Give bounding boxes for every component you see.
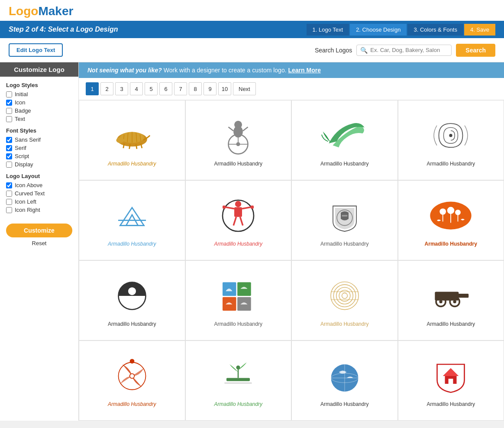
svg-rect-74 [449, 379, 453, 384]
checkbox-text[interactable] [6, 116, 12, 122]
checkbox-initial[interactable] [6, 91, 12, 97]
search-input[interactable] [370, 47, 448, 53]
checkbox-serif[interactable] [6, 145, 12, 151]
page-8-button[interactable]: 8 [189, 82, 202, 95]
svg-line-18 [229, 127, 234, 131]
step-2-button[interactable]: 2. Choose Design [350, 24, 407, 36]
logo-text-maker: Maker [38, 4, 73, 18]
checkbox-badge[interactable] [6, 108, 12, 114]
logo-cell-5[interactable]: Armadillo Husbandry [79, 180, 185, 260]
logo-cell-1[interactable]: Armadillo Husbandry [79, 100, 185, 180]
logo-icon-14 [212, 354, 264, 398]
svg-point-60 [453, 300, 456, 303]
logo-cell-3[interactable]: Armadillo Husbandry [291, 100, 398, 180]
svg-rect-45 [237, 282, 251, 296]
logo-cell-11[interactable]: Armadillo Husbandry [291, 260, 398, 340]
filter-icon[interactable]: Icon [6, 99, 72, 106]
font-styles-title: Font Styles [6, 127, 72, 134]
logo-layout-title: Logo Layout [6, 173, 72, 179]
sidebar-title: Customize Logo [0, 62, 78, 77]
edit-logo-button[interactable]: Edit Logo Text [9, 43, 63, 57]
checkbox-icon-left[interactable] [6, 199, 12, 205]
svg-point-58 [439, 300, 443, 303]
logo-cell-8[interactable]: Armadillo Husbandry [398, 180, 504, 260]
checkbox-icon-above[interactable] [6, 182, 12, 188]
logo-text-13: Armadillo Husbandry [108, 401, 156, 407]
logo-cell-14[interactable]: Armadillo Husbandry [185, 340, 292, 421]
logo-text-16: Armadillo Husbandry [427, 401, 475, 407]
checkbox-sans-serif[interactable] [6, 137, 12, 143]
site-logo[interactable]: LogoMaker [9, 4, 73, 18]
step-3-button[interactable]: 3. Colors & Fonts [407, 24, 463, 36]
filter-sans-serif[interactable]: Sans Serif [6, 136, 72, 143]
filter-icon-right[interactable]: Icon Right [6, 207, 72, 213]
step-1-button[interactable]: 1. Logo Text [307, 24, 349, 36]
svg-line-8 [123, 143, 124, 148]
filter-icon-left[interactable]: Icon Left [6, 198, 72, 205]
logo-icon-13 [106, 354, 158, 398]
svg-point-43 [128, 287, 136, 295]
svg-point-48 [331, 282, 359, 309]
page-2-button[interactable]: 2 [100, 82, 113, 95]
page-7-button[interactable]: 7 [174, 82, 187, 95]
filter-curved-text[interactable]: Curved Text [6, 190, 72, 197]
logo-cell-12[interactable]: Armadillo Husbandry [398, 260, 504, 340]
page-9-button[interactable]: 9 [204, 82, 216, 95]
logo-cell-4[interactable]: Armadillo Husbandry [398, 100, 504, 180]
logo-icon-9 [106, 274, 158, 318]
logo-cell-7[interactable]: Armadillo Husbandry [291, 180, 398, 260]
filter-badge[interactable]: Badge [6, 107, 72, 114]
svg-rect-32 [251, 205, 254, 208]
logo-cell-13[interactable]: Armadillo Husbandry [79, 340, 185, 421]
logo-icon-4 [425, 114, 477, 157]
svg-line-30 [240, 217, 243, 225]
search-box: 🔍 [356, 45, 452, 56]
page-3-button[interactable]: 3 [115, 82, 128, 95]
logo-cell-6[interactable]: Armadillo Husbandry [185, 180, 292, 260]
search-label: Search Logos [315, 47, 352, 54]
logo-cell-16[interactable]: Armadillo Husbandry [398, 340, 504, 421]
customize-button[interactable]: Customize [6, 224, 72, 237]
checkbox-display[interactable] [6, 162, 12, 168]
next-page-button[interactable]: Next [233, 82, 256, 95]
checkbox-script[interactable] [6, 153, 12, 159]
not-seeing-text: Work with a designer to create a custom … [164, 67, 287, 74]
svg-rect-56 [457, 294, 468, 298]
filter-serif[interactable]: Serif [6, 145, 72, 151]
svg-rect-55 [435, 292, 459, 300]
svg-rect-26 [234, 207, 242, 217]
logo-text-6: Armadillo Husbandry [214, 241, 262, 247]
logo-icon-8 [425, 194, 477, 237]
search-icon: 🔍 [360, 47, 368, 54]
filter-icon-above[interactable]: Icon Above [6, 182, 72, 188]
page-10-button[interactable]: 10 [218, 82, 231, 95]
page-6-button[interactable]: 6 [159, 82, 172, 95]
steps-nav: 1. Logo Text 2. Choose Design 3. Colors … [307, 24, 495, 36]
logo-text-3: Armadillo Husbandry [320, 161, 368, 167]
logo-styles-title: Logo Styles [6, 82, 72, 88]
filter-text[interactable]: Text [6, 116, 72, 122]
checkbox-icon[interactable] [6, 100, 12, 106]
reset-button[interactable]: Reset [32, 240, 47, 246]
not-seeing-bold: Not seeing what you like? [87, 67, 162, 74]
logo-icon-1 [106, 114, 158, 157]
checkbox-icon-right[interactable] [6, 207, 12, 213]
logo-cell-15[interactable]: Armadillo Husbandry [291, 340, 398, 421]
logo-cell-9[interactable]: Armadillo Husbandry [79, 260, 185, 340]
filter-display[interactable]: Display [6, 161, 72, 168]
learn-more-link[interactable]: Learn More [288, 67, 320, 74]
logo-icon-16 [425, 354, 477, 398]
filter-initial[interactable]: Initial [6, 91, 72, 97]
page-1-button[interactable]: 1 [86, 82, 99, 95]
svg-line-29 [233, 217, 236, 225]
filter-script[interactable]: Script [6, 153, 72, 159]
logo-cell-2[interactable]: Armadillo Husbandry [185, 100, 292, 180]
page-5-button[interactable]: 5 [145, 82, 158, 95]
checkbox-curved-text[interactable] [6, 191, 12, 197]
logo-icon-5 [106, 194, 158, 237]
page-4-button[interactable]: 4 [130, 82, 143, 95]
step-4-button[interactable]: 4. Save [464, 24, 495, 36]
search-button[interactable]: Search [456, 44, 495, 57]
logo-icon-10 [212, 274, 264, 318]
logo-cell-10[interactable]: Armadillo Husbandry [185, 260, 292, 340]
